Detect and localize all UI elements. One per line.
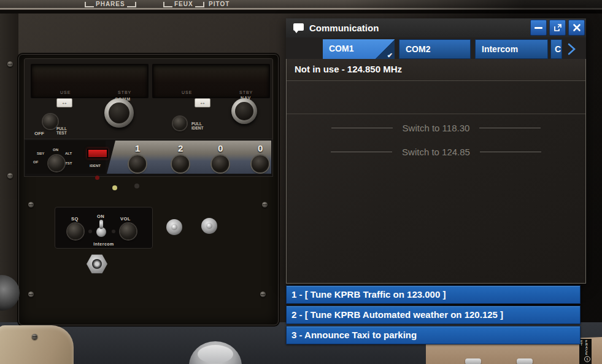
intercom-light bbox=[112, 230, 115, 233]
option-line bbox=[480, 152, 541, 152]
atc-option-3[interactable]: 3 - Announce Taxi to parking bbox=[286, 326, 581, 344]
pull-ident-knob[interactable] bbox=[173, 117, 187, 130]
tab-intercom[interactable]: Intercom bbox=[475, 39, 548, 59]
atc-option-1[interactable]: 1 - [ Tune KPRB Traffic on 123.000 ] bbox=[286, 285, 581, 304]
nav-transfer-button[interactable]: ↔ bbox=[195, 98, 210, 107]
trim-letters-col1: ET bbox=[581, 340, 584, 346]
tab-next-partial[interactable]: C bbox=[550, 39, 562, 59]
sq-label: SQ bbox=[71, 216, 79, 222]
close-button[interactable] bbox=[568, 20, 585, 36]
volume-knob[interactable] bbox=[120, 223, 136, 239]
option-line bbox=[479, 128, 541, 128]
frequency-status-text: Not in use - 124.850 MHz bbox=[295, 59, 402, 80]
tab-com2[interactable]: COM2 bbox=[399, 39, 471, 59]
comm-tuning-knob[interactable] bbox=[104, 98, 134, 128]
screw bbox=[260, 292, 266, 297]
switch-option-2[interactable]: Switch to 124.85 bbox=[287, 144, 585, 159]
floor-fitting bbox=[517, 358, 533, 364]
mode-on-label: ON bbox=[53, 148, 58, 152]
code-digit: 0 bbox=[258, 143, 263, 153]
squelch-knob[interactable] bbox=[68, 223, 83, 239]
popout-button[interactable] bbox=[549, 20, 566, 36]
intercom-toggle-bat[interactable] bbox=[99, 220, 103, 229]
tab-com1[interactable]: COM1 ✔ bbox=[323, 39, 395, 59]
trim-position-badge: 1 bbox=[584, 356, 590, 362]
screw bbox=[7, 173, 13, 179]
screw bbox=[262, 202, 268, 207]
nav-inner-knob[interactable] bbox=[235, 102, 253, 120]
screw bbox=[32, 334, 37, 339]
atc-option-3-label: 3 - Announce Taxi to parking bbox=[291, 330, 417, 340]
placard-bracket-icon bbox=[85, 2, 94, 7]
use-label: USE bbox=[182, 90, 192, 95]
minimize-icon bbox=[534, 27, 542, 29]
chevron-right-icon bbox=[568, 43, 576, 55]
dark-indicator-light bbox=[134, 184, 139, 188]
window-title: Communication bbox=[309, 18, 379, 37]
comm-transfer-button[interactable]: ↔ bbox=[56, 98, 72, 107]
communication-speech-bubble-icon bbox=[293, 23, 304, 31]
amber-indicator-light bbox=[112, 185, 117, 190]
screw bbox=[28, 292, 34, 297]
code-knob-4[interactable] bbox=[252, 155, 269, 172]
tab-com1-label: COM1 bbox=[329, 44, 353, 53]
on-label: ON bbox=[97, 214, 104, 219]
tab-next-label: C bbox=[555, 44, 561, 54]
transfer-arrows-icon: ↔ bbox=[61, 99, 68, 106]
screw bbox=[7, 61, 13, 67]
intercom-panel: SQ ON VOL Intercom bbox=[55, 207, 153, 249]
placard-pitot: PITOT bbox=[209, 1, 230, 7]
pull-ident-label: PULL IDENT bbox=[191, 122, 209, 130]
communication-window: Communication COM1 ✔ bbox=[286, 18, 586, 284]
comm-inner-knob[interactable] bbox=[109, 103, 129, 123]
vol-label: VOL bbox=[120, 216, 131, 222]
msfs-cockpit-screen: PHARES FEUX PITOT USE STBY USE STBY ↔ bbox=[0, 0, 602, 364]
window-body: Not in use - 124.850 MHz Switch to 118.3… bbox=[286, 59, 586, 284]
option-line bbox=[331, 152, 392, 152]
screw bbox=[28, 202, 34, 207]
code-digit: 1 bbox=[135, 143, 140, 153]
code-knob-2[interactable] bbox=[172, 155, 189, 172]
transfer-arrows-icon: ↔ bbox=[199, 99, 206, 106]
tab-com2-label: COM2 bbox=[406, 44, 430, 54]
control-yoke[interactable] bbox=[0, 325, 74, 364]
transponder-ident-display[interactable] bbox=[87, 149, 108, 158]
window-tabstrip: COM1 ✔ COM2 Intercom C bbox=[286, 37, 586, 59]
placard-pitot-label: PITOT bbox=[209, 1, 230, 7]
transponder-unit: SBY ON ALT OF TST IDENT 1 2 0 0 bbox=[24, 139, 273, 177]
mode-sby-label: SBY bbox=[37, 152, 44, 155]
transponder-mode-section: SBY ON ALT OF TST IDENT bbox=[26, 141, 106, 174]
section-divider bbox=[287, 114, 585, 114]
tab-scroll-button[interactable] bbox=[562, 39, 581, 59]
transponder-mode-knob[interactable] bbox=[48, 155, 64, 171]
use-label: USE bbox=[60, 90, 71, 95]
intercom-light bbox=[88, 230, 92, 233]
atc-option-1-label: 1 - [ Tune KPRB Traffic on 123.000 ] bbox=[291, 289, 446, 300]
comm-frequency-display: USE STBY bbox=[31, 64, 149, 98]
stby-label: STBY bbox=[118, 90, 131, 95]
atc-option-2[interactable]: 2 - [ Tune KPRB Automated weather on 120… bbox=[286, 306, 581, 324]
placard-bracket-icon bbox=[195, 2, 204, 7]
ident-label: IDENT bbox=[90, 164, 101, 168]
trim-letters-col2: FRACE bbox=[585, 340, 589, 355]
placard-phares: PHARES bbox=[85, 1, 136, 7]
placard-feux: FEUX bbox=[163, 1, 204, 7]
floor-fitting bbox=[465, 358, 481, 364]
frequency-status-row: Not in use - 124.850 MHz bbox=[287, 59, 585, 81]
stby-label: STBY bbox=[239, 90, 253, 95]
switch-option-1[interactable]: Switch to 118.30 bbox=[287, 120, 585, 135]
window-titlebar[interactable]: Communication bbox=[286, 18, 586, 37]
jack-hole bbox=[92, 259, 102, 269]
code-knob-3[interactable] bbox=[212, 155, 229, 172]
mode-alt-label: ALT bbox=[65, 152, 72, 155]
placard-feux-label: FEUX bbox=[174, 1, 193, 7]
atc-option-2-label: 2 - [ Tune KPRB Automated weather on 120… bbox=[291, 309, 503, 320]
tab-intercom-label: Intercom bbox=[482, 44, 518, 54]
minimize-button[interactable] bbox=[530, 20, 547, 36]
off-pull-test-knob[interactable] bbox=[43, 114, 58, 129]
code-knob-1[interactable] bbox=[129, 155, 146, 172]
headset-jack[interactable] bbox=[87, 254, 107, 274]
popout-icon bbox=[554, 23, 562, 32]
nav-tuning-knob[interactable] bbox=[231, 98, 257, 124]
top-strip-shadow bbox=[344, 0, 602, 14]
